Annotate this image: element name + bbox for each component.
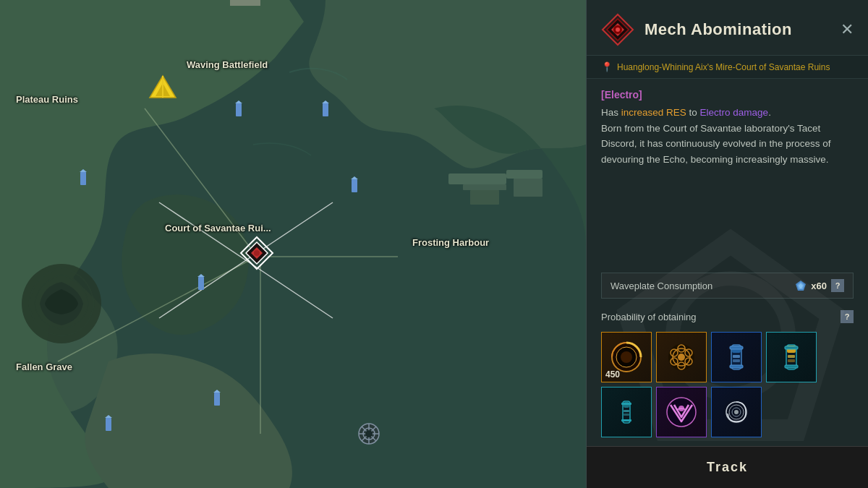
svg-point-58 <box>678 354 685 361</box>
svg-rect-2 <box>463 184 506 190</box>
desc-type: [Electro] <box>601 89 854 100</box>
svg-rect-61 <box>733 355 740 358</box>
svg-rect-17 <box>214 393 220 406</box>
close-icon[interactable]: ✕ <box>841 20 854 39</box>
svg-rect-73 <box>624 410 629 412</box>
svg-point-29 <box>254 250 260 256</box>
item-icon-shell-white <box>718 394 754 430</box>
svg-rect-74 <box>624 414 629 416</box>
svg-rect-69 <box>785 346 798 349</box>
boss-icon <box>601 13 634 46</box>
map-section[interactable]: Waving Battlefield Plateau Ruins Court o… <box>0 0 586 488</box>
svg-rect-64 <box>730 365 743 368</box>
svg-rect-9 <box>236 103 242 116</box>
waveplate-row: Waveplate Consumption x60 ? <box>601 273 854 299</box>
probability-label: Probability of obtaining <box>601 312 697 322</box>
svg-rect-76 <box>621 419 631 421</box>
probability-header: Probability of obtaining ? <box>587 306 868 328</box>
svg-point-36 <box>365 430 373 437</box>
svg-rect-5 <box>514 179 542 197</box>
track-button[interactable]: Track <box>587 446 868 488</box>
waveplate-count: x60 <box>811 281 827 291</box>
svg-rect-62 <box>733 359 740 362</box>
svg-rect-70 <box>785 365 798 368</box>
svg-point-83 <box>734 410 739 414</box>
svg-point-49 <box>621 351 632 363</box>
item-slot-4[interactable] <box>766 332 817 382</box>
svg-rect-68 <box>788 359 795 362</box>
desc-highlight-electro: Electro damage <box>700 107 769 118</box>
svg-rect-11 <box>323 103 328 116</box>
svg-rect-15 <box>198 277 204 290</box>
desc-text: Has increased RES to Electro damage. Bor… <box>601 105 854 167</box>
items-grid: 450 <box>587 328 868 446</box>
item-slot-6[interactable] <box>656 387 707 437</box>
item-slot-7[interactable] <box>711 387 762 437</box>
item-icon-shell-gold <box>663 339 699 375</box>
svg-rect-37 <box>230 0 260 6</box>
svg-rect-21 <box>80 172 86 185</box>
item-icon-tube-yellow <box>773 339 809 375</box>
item-slot-2[interactable] <box>656 332 707 382</box>
svg-rect-1 <box>448 174 506 184</box>
item-count-1: 450 <box>605 369 620 380</box>
probability-help-button[interactable]: ? <box>841 310 854 323</box>
waveplate-label: Waveplate Consumption <box>610 281 712 291</box>
svg-rect-4 <box>506 170 542 179</box>
svg-rect-75 <box>621 403 631 405</box>
panel-header: Mech Abomination ✕ <box>587 0 868 56</box>
panel-section: Mech Abomination ✕ 📍 Huanglong-Whining A… <box>586 0 868 488</box>
svg-rect-67 <box>788 355 795 358</box>
desc-highlight-res: increased RES <box>621 107 686 118</box>
location-pin-icon: 📍 <box>601 61 613 72</box>
item-icon-symbol-pink <box>663 394 699 430</box>
svg-rect-3 <box>470 190 499 205</box>
panel-title: Mech Abomination <box>644 20 830 39</box>
location-text: Huanglong-Whining Aix's Mire-Court of Sa… <box>617 62 830 72</box>
svg-rect-19 <box>106 418 111 431</box>
item-slot-1[interactable]: 450 <box>601 332 652 382</box>
waveplate-help-button[interactable]: ? <box>831 279 844 292</box>
svg-rect-63 <box>730 346 743 349</box>
item-icon-tube-small <box>608 394 644 430</box>
svg-point-43 <box>616 27 620 32</box>
item-slot-3[interactable] <box>711 332 762 382</box>
item-slot-5[interactable] <box>601 387 652 437</box>
panel-location: 📍 Huanglong-Whining Aix's Mire-Court of … <box>587 56 868 79</box>
item-icon-tube-blue <box>718 339 754 375</box>
panel-description: [Electro] Has increased RES to Electro d… <box>587 79 868 265</box>
waveplate-right: x60 ? <box>795 279 844 292</box>
waveplate-gem-icon <box>795 280 807 291</box>
svg-rect-13 <box>352 179 357 192</box>
